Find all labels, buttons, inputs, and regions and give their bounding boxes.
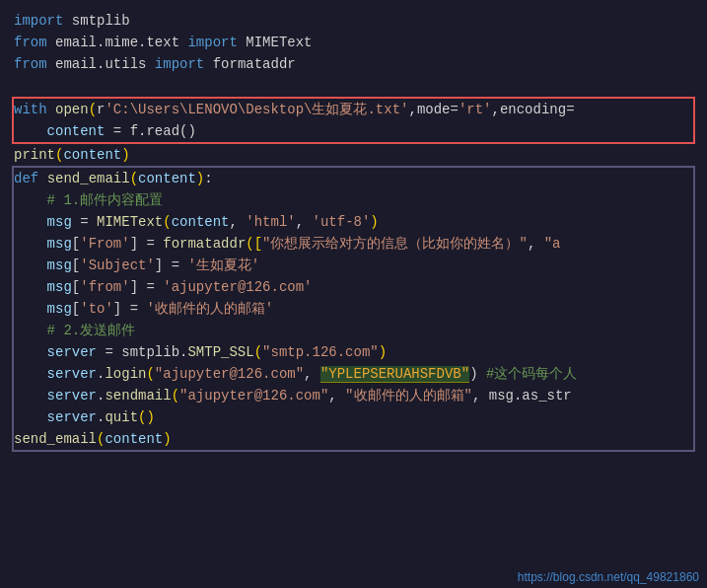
code-line-16: server = smtplib.SMTP_SSL("smtp.126.com"… — [14, 341, 693, 363]
watermark: https://blog.csdn.net/qq_49821860 — [518, 570, 699, 584]
code-line-7: print(content) — [14, 144, 693, 166]
code-line-blank — [14, 75, 693, 97]
with-block: with open(r'C:\Users\LENOVO\Desktop\生如夏花… — [12, 97, 695, 144]
code-line-19: server.quit() — [14, 406, 693, 428]
code-line-15: # 2.发送邮件 — [14, 320, 693, 341]
code-line-6: content = f.read() — [14, 120, 693, 142]
code-line-2: from email.mime.text import MIMEText — [14, 32, 693, 53]
code-line-5: with open(r'C:\Users\LENOVO\Desktop\生如夏花… — [14, 99, 693, 120]
code-line-20: send_email(content) — [14, 428, 693, 450]
code-line-8: def send_email(content): — [14, 168, 693, 189]
code-line-17: server.login("ajupyter@126.com", "YPLEPS… — [14, 363, 693, 385]
code-line-1: import smtplib — [14, 10, 693, 32]
code-line-12: msg['Subject'] = '生如夏花' — [14, 255, 693, 276]
code-line-10: msg = MIMEText(content, 'html', 'utf-8') — [14, 211, 693, 233]
def-block: def send_email(content): # 1.邮件内容配置 msg … — [12, 166, 695, 452]
code-line-18: server.sendmail("ajupyter@126.com", "收邮件… — [14, 385, 693, 406]
code-container: import smtplib from email.mime.text impo… — [0, 0, 707, 588]
code-line-14: msg['to'] = '收邮件的人的邮箱' — [14, 298, 693, 320]
code-area: import smtplib from email.mime.text impo… — [0, 0, 707, 462]
code-line-3: from email.utils import formataddr — [14, 53, 693, 75]
code-line-11: msg['From'] = formataddr(["你想展示给对方的信息（比如… — [14, 233, 693, 255]
code-line-9: # 1.邮件内容配置 — [14, 189, 693, 211]
code-line-13: msg['from'] = 'ajupyter@126.com' — [14, 276, 693, 298]
